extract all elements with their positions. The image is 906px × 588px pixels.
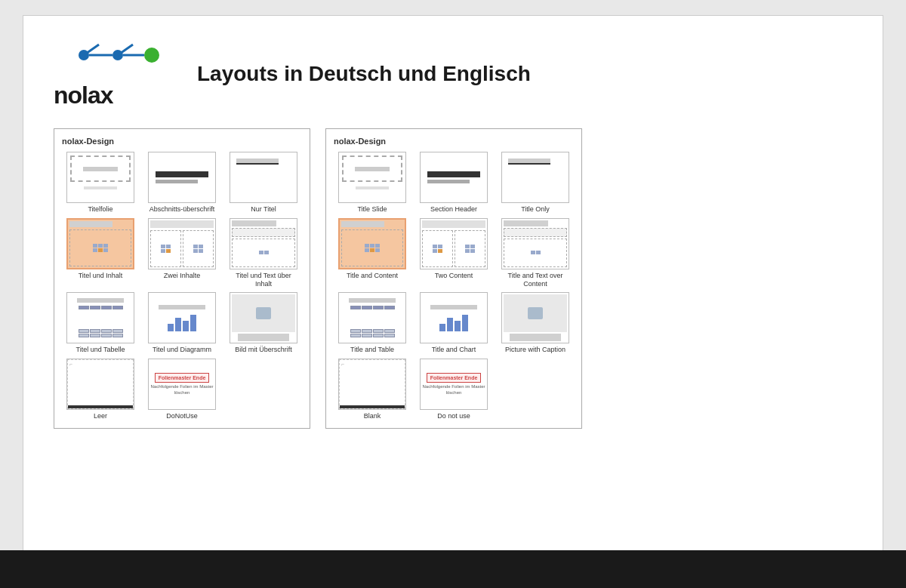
list-item[interactable]: Title and Table: [334, 292, 411, 354]
thumb-titleonly-en[interactable]: [501, 152, 569, 203]
english-panel-title: nolax-Design: [334, 137, 574, 146]
mini-row: [531, 251, 541, 254]
thumb-label: Two Content: [435, 272, 473, 280]
to-content-box: [232, 239, 295, 267]
mini-row: [433, 249, 442, 253]
thumb-label: Zwei Inhalte: [164, 272, 201, 280]
thumb-diagramm-de[interactable]: [148, 292, 216, 343]
zwei-box-left: [150, 230, 181, 267]
list-item[interactable]: Nur Titel: [225, 152, 302, 214]
thumb-label: Bild mit Überschrift: [235, 346, 292, 354]
thumb-picturecaption-en[interactable]: [501, 292, 569, 343]
german-panel: nolax-Design Titelfolie: [54, 128, 310, 429]
pic-caption-thumb: [502, 293, 569, 343]
thumb-leer-de[interactable]: ⌐: [66, 359, 134, 410]
tc-content-area: [69, 229, 131, 266]
mini-cell: [103, 244, 108, 248]
abschnitt-line1: [156, 171, 208, 177]
mini-table-cell: [112, 334, 123, 337]
table-thumb: [339, 293, 405, 343]
mini-cell: [199, 249, 203, 253]
list-item[interactable]: ⌐ Blank: [334, 359, 411, 420]
mini-table-cell: [101, 329, 112, 333]
mini-cell: [531, 251, 535, 254]
thumb-donotuse-de[interactable]: Folienmaster Ende Nachfolgende Folien im…: [148, 359, 216, 410]
mini-row: [365, 244, 380, 248]
mini-row: [465, 249, 475, 253]
list-item[interactable]: Title and Content: [334, 218, 411, 288]
list-item[interactable]: Two Content: [415, 218, 492, 288]
mini-table-cell: [373, 306, 384, 309]
text-over-thumb: [502, 219, 569, 269]
list-item[interactable]: Title Slide: [334, 152, 411, 214]
thumb-textueber-de[interactable]: [230, 218, 297, 269]
mini-cell: [536, 251, 541, 254]
mini-bar: [439, 324, 445, 331]
zwei-top: [422, 220, 485, 228]
list-item[interactable]: Titel und Diagramm: [143, 292, 220, 354]
thumb-titelinhalt-de[interactable]: [66, 218, 134, 269]
thumb-twocontent-en[interactable]: [420, 218, 488, 269]
abschnitt-thumb: [421, 152, 487, 202]
thumb-label: Titel und Tabelle: [76, 346, 125, 354]
svg-line-6: [118, 45, 133, 55]
donotuse-thumb: Folienmaster Ende Nachfolgende Folien im…: [149, 359, 215, 409]
list-item[interactable]: Folienmaster Ende Nachfolgende Folien im…: [143, 359, 220, 420]
thumb-bild-de[interactable]: [230, 292, 297, 343]
mini-table-cell: [79, 306, 89, 309]
thumb-chart-en[interactable]: [420, 292, 488, 343]
mini-table: [79, 306, 123, 337]
mini-table-row: [350, 306, 395, 328]
list-item[interactable]: Title and Text over Content: [497, 218, 574, 288]
list-item[interactable]: Titel und Inhalt: [62, 218, 139, 288]
list-item[interactable]: Titel und Text über Inhalt: [225, 218, 302, 288]
list-item[interactable]: Title Only: [497, 152, 574, 214]
list-item[interactable]: Bild mit Überschrift: [225, 292, 302, 354]
list-item[interactable]: Titel und Tabelle: [62, 292, 139, 354]
mini-bar: [168, 324, 174, 331]
list-item[interactable]: Title and Chart: [415, 292, 492, 354]
list-item[interactable]: Zwei Inhalte: [143, 218, 220, 288]
pic-icon: [256, 307, 271, 319]
mini-icon: [259, 251, 269, 254]
mini-cell: [264, 251, 269, 254]
thumb-titlecontent-en[interactable]: [338, 218, 406, 269]
thumb-table-en[interactable]: [338, 292, 406, 343]
donotuse-title: Folienmaster Ende: [155, 373, 210, 383]
list-item[interactable]: ⌐ Leer: [62, 359, 139, 420]
nur-titel-line: [508, 159, 550, 165]
thumb-tabelle-de[interactable]: [66, 292, 134, 343]
to-title: [232, 220, 276, 226]
title-content-thumb: [340, 220, 405, 268]
thumb-titelfolie-de[interactable]: [66, 152, 134, 203]
mini-table-cell: [79, 334, 89, 337]
thumb-donotuse-en[interactable]: Folienmaster Ende Nachfolgende Folien im…: [420, 359, 488, 410]
list-item[interactable]: Folienmaster Ende Nachfolgende Folien im…: [415, 359, 492, 420]
mini-row: [465, 245, 475, 248]
list-item[interactable]: Abschnitts-überschrift: [143, 152, 220, 214]
list-item[interactable]: Titelfolie: [62, 152, 139, 214]
thumb-label: Picture with Caption: [505, 346, 565, 354]
thumb-nurtitel-de[interactable]: [230, 152, 297, 203]
list-item[interactable]: Picture with Caption: [497, 292, 574, 354]
nur-titel-thumb: [502, 152, 569, 202]
mini-table-row: [350, 329, 395, 333]
chart-thumb: [149, 293, 215, 343]
mini-row: [93, 248, 108, 252]
thumb-sectionheader-en[interactable]: [420, 152, 488, 203]
thumb-blank-en[interactable]: ⌐: [338, 359, 406, 410]
mini-table-cell: [350, 329, 361, 333]
thumb-titleslide-en[interactable]: [338, 152, 406, 203]
mini-cell: [470, 249, 475, 253]
mini-table-cell: [384, 329, 395, 333]
thumb-abschnitt-de[interactable]: [148, 152, 216, 203]
leer-thumb: ⌐: [339, 359, 405, 409]
zwei-thumb: [149, 219, 215, 269]
mini-table-row: [79, 306, 123, 328]
table-thumb: [67, 293, 134, 343]
thumb-textover-en[interactable]: [501, 218, 569, 269]
mini-bar: [455, 321, 461, 331]
thumb-zweiinhalte-de[interactable]: [148, 218, 216, 269]
list-item[interactable]: Section Header: [415, 152, 492, 214]
mini-row: [161, 245, 171, 248]
